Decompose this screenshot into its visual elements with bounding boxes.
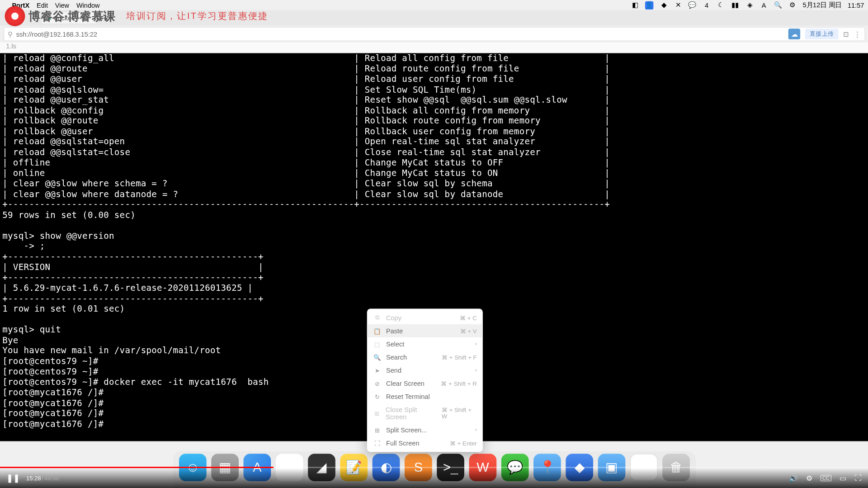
menu-icon[interactable]: ⋮ (854, 29, 861, 38)
battery-icon[interactable]: ▮▮ (731, 1, 739, 9)
ctx-label: Select (386, 340, 404, 347)
ctx-split-screen-[interactable]: ⊞Split Screen...› (367, 423, 483, 436)
logo-icon (5, 6, 25, 26)
watermark-text: 博睿谷·博睿慕课 (28, 8, 115, 24)
ctx-label: Full Screen (386, 440, 419, 447)
settings-icon[interactable]: ⚙ (806, 474, 812, 483)
ctx-icon: ⬚ (373, 341, 381, 347)
ctx-shortcut: ⌘ + Shift + F (442, 354, 477, 360)
search-icon[interactable]: 🔍 (774, 1, 782, 9)
ctx-shortcut: ⌘ + V (460, 327, 477, 334)
ctx-icon: ⊞ (373, 410, 381, 417)
ctx-label: Search (386, 353, 407, 360)
resize-icon[interactable]: ⊡ (843, 30, 849, 38)
ctx-select[interactable]: ⬚Select› (367, 337, 483, 351)
volume-icon[interactable]: 🔊 (789, 474, 798, 483)
current-time: 15:28 (26, 475, 41, 482)
path-bar: 1.ls (0, 43, 868, 53)
input-icon[interactable]: A (760, 1, 768, 9)
time-display[interactable]: 11:57 (848, 1, 864, 9)
duration: 49:00 (44, 475, 59, 482)
ctx-reset-terminal[interactable]: ↻Reset Terminal (367, 390, 483, 403)
ctx-label: Reset Terminal (386, 393, 430, 400)
status-icon-3[interactable]: ◆ (660, 1, 668, 9)
status-icon-2[interactable]: 👤 (645, 1, 653, 9)
ctx-shortcut: ⌘ + C (460, 314, 477, 321)
badge-count: 4 (703, 1, 711, 9)
ctx-icon: 📋 (373, 327, 381, 334)
ctx-icon: ⧉ (373, 314, 381, 321)
ctx-paste[interactable]: 📋Paste⌘ + V (367, 324, 483, 337)
video-player-controls: ❚❚ 15:28/49:00 🔊 ⚙ CC ▭ ⛶ (0, 468, 868, 488)
ctx-icon: 🔍 (373, 354, 381, 360)
pause-button[interactable]: ❚❚ (6, 473, 20, 483)
status-icon-1[interactable]: ◧ (631, 1, 639, 9)
ctx-search[interactable]: 🔍Search⌘ + Shift + F (367, 351, 483, 364)
ctx-full-screen[interactable]: ⛶Full Screen⌘ + Enter (367, 436, 483, 450)
context-menu: ⧉Copy⌘ + C📋Paste⌘ + V⬚Select›🔍Search⌘ + … (367, 308, 483, 452)
fullscreen-icon[interactable]: ⛶ (854, 474, 862, 482)
ctx-label: Send (386, 366, 401, 374)
ctx-label: Paste (386, 327, 403, 334)
moon-icon[interactable]: ☾ (717, 1, 725, 9)
ctx-icon: ⛶ (373, 440, 381, 446)
ctx-shortcut: ⌘ + Shift + R (441, 380, 476, 387)
ctx-icon: ↻ (373, 393, 381, 400)
chevron-right-icon: › (475, 341, 477, 347)
wechat-icon[interactable]: 💬 (688, 1, 696, 9)
captions-button[interactable]: CC (821, 475, 831, 481)
address-text[interactable]: ssh://root@192.168.3.15:22 (16, 30, 97, 38)
upload-button[interactable]: 直接上传 (805, 28, 839, 39)
address-bar: ⚲ ssh://root@192.168.3.15:22 ☁ 直接上传 ⊡ ⋮ (4, 27, 865, 41)
theater-icon[interactable]: ▭ (840, 474, 846, 483)
ctx-label: Clear Screen (386, 380, 425, 387)
wifi-icon[interactable]: ◈ (745, 1, 754, 9)
ctx-copy: ⧉Copy⌘ + C (367, 311, 483, 324)
ctx-clear-screen[interactable]: ⊘Clear Screen⌘ + Shift + R (367, 377, 483, 390)
ctx-icon: ⊘ (373, 380, 381, 387)
watermark-tagline: 培训订阅，让IT学习更普惠便捷 (126, 10, 269, 22)
ctx-shortcut: ⌘ + Shift + W (442, 407, 477, 420)
ctx-icon: ⊞ (373, 426, 381, 433)
ctx-shortcut: ⌘ + Enter (450, 440, 477, 446)
ctx-send[interactable]: ➤Send› (367, 364, 483, 377)
time-display: 15:28/49:00 (26, 475, 59, 482)
ctx-label: Close Split Screen (386, 406, 437, 421)
status-icon-4[interactable]: ✕ (674, 1, 682, 9)
control-center-icon[interactable]: ⚙ (788, 1, 797, 9)
cloud-icon[interactable]: ☁ (788, 28, 800, 39)
date-display[interactable]: 5月12日 周日 (802, 0, 841, 9)
chevron-right-icon: › (475, 367, 477, 373)
ctx-icon: ➤ (373, 367, 381, 374)
watermark: 博睿谷·博睿慕课 培训订阅，让IT学习更普惠便捷 (5, 6, 269, 26)
ctx-label: Copy (386, 314, 401, 321)
ctx-label: Split Screen... (386, 426, 427, 433)
ctx-close-split-screen: ⊞Close Split Screen⌘ + Shift + W (367, 403, 483, 423)
ssh-icon: ⚲ (8, 30, 13, 38)
chevron-right-icon: › (475, 427, 477, 433)
